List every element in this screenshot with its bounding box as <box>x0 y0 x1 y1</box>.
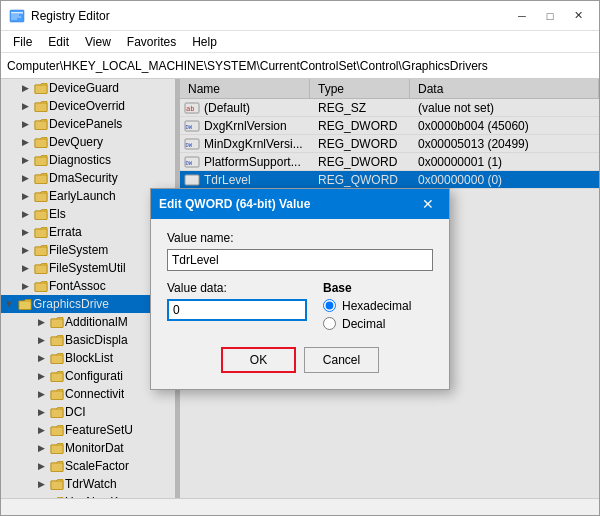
minimize-button[interactable]: ─ <box>509 5 535 27</box>
svg-rect-1 <box>11 12 23 14</box>
title-bar: Registry Editor ─ □ ✕ <box>1 1 599 31</box>
svg-rect-3 <box>11 16 21 17</box>
dialog-title-bar: Edit QWORD (64-bit) Value ✕ <box>151 189 449 219</box>
close-button[interactable]: ✕ <box>565 5 591 27</box>
dialog-overlay: Edit QWORD (64-bit) Value ✕ Value name: … <box>1 79 599 498</box>
value-data-label: Value data: <box>167 281 307 295</box>
cancel-button[interactable]: Cancel <box>304 347 379 373</box>
svg-rect-0 <box>10 10 24 22</box>
edit-qword-dialog: Edit QWORD (64-bit) Value ✕ Value name: … <box>150 188 450 390</box>
dialog-body: Value name: Value data: Base <box>151 219 449 389</box>
value-data-input[interactable] <box>167 299 307 321</box>
decimal-radio[interactable] <box>323 317 336 330</box>
hexadecimal-radio[interactable] <box>323 299 336 312</box>
dialog-title: Edit QWORD (64-bit) Value <box>159 197 310 211</box>
value-data-section: Value data: <box>167 281 307 331</box>
window-controls: ─ □ ✕ <box>509 5 591 27</box>
address-text: Computer\HKEY_LOCAL_MACHINE\SYSTEM\Curre… <box>7 59 488 73</box>
registry-editor-window: Registry Editor ─ □ ✕ File Edit View Fav… <box>0 0 600 516</box>
horizontal-scrollbar[interactable] <box>1 498 599 515</box>
decimal-label: Decimal <box>342 317 385 331</box>
ok-button[interactable]: OK <box>221 347 296 373</box>
menu-edit[interactable]: Edit <box>40 33 77 51</box>
dialog-buttons: OK Cancel <box>167 347 433 373</box>
maximize-button[interactable]: □ <box>537 5 563 27</box>
menu-help[interactable]: Help <box>184 33 225 51</box>
svg-rect-2 <box>11 14 19 15</box>
dialog-close-button[interactable]: ✕ <box>415 193 441 215</box>
app-icon <box>9 8 25 24</box>
value-name-label: Value name: <box>167 231 433 245</box>
menu-file[interactable]: File <box>5 33 40 51</box>
svg-rect-4 <box>11 18 17 19</box>
value-data-row: Value data: Base Hexadecimal <box>167 281 433 331</box>
menu-bar: File Edit View Favorites Help <box>1 31 599 53</box>
main-area: ▶ DeviceGuard▶ DeviceOverrid▶ DevicePane… <box>1 79 599 498</box>
menu-favorites[interactable]: Favorites <box>119 33 184 51</box>
decimal-option[interactable]: Decimal <box>323 317 411 331</box>
base-section: Base Hexadecimal Decimal <box>323 281 411 331</box>
hexadecimal-label: Hexadecimal <box>342 299 411 313</box>
title-bar-left: Registry Editor <box>9 8 110 24</box>
base-options: Hexadecimal Decimal <box>323 299 411 331</box>
window-title: Registry Editor <box>31 9 110 23</box>
value-name-input[interactable] <box>167 249 433 271</box>
menu-view[interactable]: View <box>77 33 119 51</box>
hexadecimal-option[interactable]: Hexadecimal <box>323 299 411 313</box>
address-bar: Computer\HKEY_LOCAL_MACHINE\SYSTEM\Curre… <box>1 53 599 79</box>
base-label: Base <box>323 281 411 295</box>
